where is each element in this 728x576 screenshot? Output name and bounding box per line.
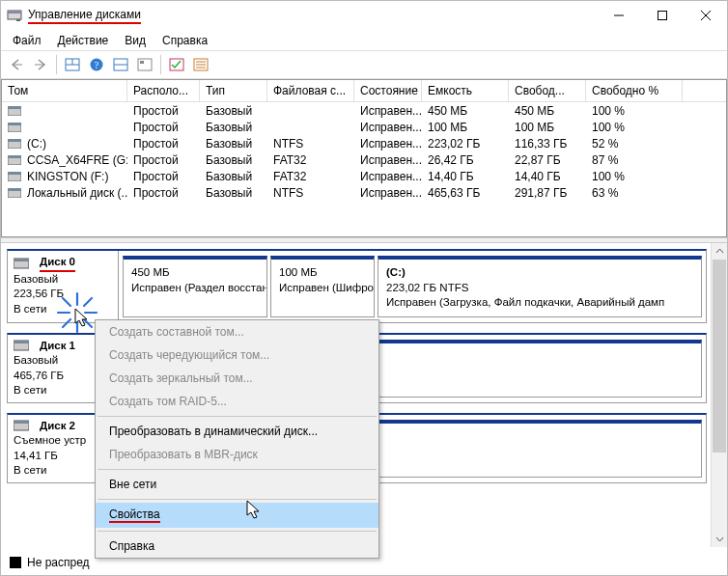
disk-icon (14, 420, 29, 431)
volume-icon (8, 123, 21, 132)
th-type[interactable]: Тип (200, 80, 267, 101)
checklist-button[interactable] (165, 53, 188, 76)
svg-rect-36 (14, 341, 29, 343)
cell-state: Исправен... (354, 104, 422, 118)
cell-free-pct: 100 % (586, 170, 683, 183)
th-fs[interactable]: Файловая с... (267, 80, 354, 101)
table-row[interactable]: ПростойБазовыйИсправен...450 МБ450 МБ100… (2, 102, 726, 119)
th-state[interactable]: Состояние (354, 80, 422, 101)
partition-size: 223,02 ГБ NTFS (386, 281, 693, 296)
partition-state: Исправен (Шифро (279, 281, 366, 296)
cell-layout: Простой (127, 186, 200, 200)
window: Управление дисками Файл Действие Вид Спр… (0, 0, 728, 576)
menu-help[interactable]: Справка (154, 32, 215, 49)
toolbar-separator (56, 55, 57, 74)
cell-free: 14,40 ГБ (509, 170, 586, 183)
svg-rect-22 (8, 106, 21, 109)
svg-rect-32 (8, 188, 21, 191)
cell-layout: Простой (127, 153, 200, 167)
back-button[interactable] (5, 53, 28, 76)
cell-free: 22,87 ГБ (509, 153, 586, 167)
scrollbar-thumb[interactable] (713, 260, 726, 453)
menu-action[interactable]: Действие (50, 32, 117, 49)
help-button[interactable]: ? (85, 53, 108, 76)
table-row[interactable]: (C:)ПростойБазовыйNTFSИсправен...223,02 … (2, 135, 726, 151)
context-menu-item: Создать составной том... (96, 320, 378, 343)
table-row[interactable]: CCSA_X64FRE (G:)ПростойБазовыйFAT32Испра… (2, 151, 726, 168)
context-menu-item: Создать чередующийся том... (96, 343, 378, 367)
list-button[interactable] (189, 53, 212, 76)
titlebar: Управление дисками (1, 1, 727, 30)
th-layout[interactable]: Располо... (127, 80, 200, 101)
cell-volume: (C:) (27, 137, 46, 151)
cell-fs: FAT32 (267, 153, 354, 167)
cell-fs: NTFS (267, 137, 354, 151)
cell-state: Исправен... (354, 170, 422, 183)
minimize-button[interactable] (597, 2, 640, 29)
cell-capacity: 100 МБ (422, 121, 509, 134)
th-capacity[interactable]: Емкость (422, 80, 509, 101)
disk-row-0: Диск 0 Базовый 223,56 ГБ В сети 450 МБ И… (7, 249, 707, 323)
layout-button-1[interactable] (61, 53, 84, 76)
menu-view[interactable]: Вид (117, 32, 154, 49)
partition-size: 100 МБ (279, 265, 366, 281)
svg-rect-24 (8, 123, 21, 125)
table-body: ПростойБазовыйИсправен...450 МБ450 МБ100… (2, 102, 726, 201)
context-menu-item[interactable]: Вне сети (96, 473, 378, 496)
th-free[interactable]: Свобод... (509, 80, 586, 101)
volume-icon (8, 155, 21, 165)
menu-file[interactable]: Файл (5, 32, 49, 49)
cell-fs: FAT32 (267, 170, 354, 183)
context-menu-item[interactable]: Свойства (96, 503, 378, 528)
volume-icon (8, 172, 21, 181)
partition[interactable]: (C:) 223,02 ГБ NTFS Исправен (Загрузка, … (378, 256, 702, 317)
cell-capacity: 450 МБ (422, 104, 509, 118)
cell-free: 116,33 ГБ (509, 137, 586, 151)
scroll-up-icon[interactable] (712, 243, 727, 260)
disk-name: Диск 1 (40, 339, 75, 354)
cell-layout: Простой (127, 137, 200, 151)
cell-state: Исправен... (354, 186, 422, 200)
partition[interactable]: 450 МБ Исправен (Раздел восстан (123, 256, 267, 317)
cell-state: Исправен... (354, 137, 422, 151)
volume-icon (8, 106, 21, 116)
vertical-scrollbar[interactable] (711, 243, 727, 547)
toolbar: ? (1, 50, 727, 79)
disk-icon (14, 340, 29, 351)
partition[interactable]: 100 МБ Исправен (Шифро (270, 256, 375, 317)
scroll-down-icon[interactable] (712, 531, 727, 547)
cell-type: Базовый (200, 153, 267, 167)
table-row[interactable]: ПростойБазовыйИсправен...100 МБ100 МБ100… (2, 119, 726, 135)
cell-free: 450 МБ (509, 104, 586, 118)
forward-button[interactable] (29, 53, 52, 76)
context-menu-item[interactable]: Преобразовать в динамический диск... (96, 420, 378, 443)
cell-volume: CCSA_X64FRE (G:) (27, 153, 127, 167)
layout-button-3[interactable] (133, 53, 156, 76)
context-menu-item: Создать том RAID-5... (96, 390, 378, 413)
table-header: Том Располо... Тип Файловая с... Состоян… (2, 80, 726, 102)
context-menu-item[interactable]: Справка (96, 535, 378, 558)
close-button[interactable] (684, 2, 727, 29)
disk-icon (14, 258, 29, 269)
cell-volume: Локальный диск (... (27, 186, 127, 200)
context-menu-item: Преобразовать в MBR-диск (96, 443, 378, 466)
cell-state: Исправен... (354, 121, 422, 134)
table-row[interactable]: KINGSTON (F:)ПростойБазовыйFAT32Исправен… (2, 168, 726, 184)
menu-separator (98, 416, 377, 417)
cell-type: Базовый (200, 137, 267, 151)
layout-button-2[interactable] (109, 53, 132, 76)
disk-size: 223,56 ГБ (14, 287, 112, 302)
th-volume[interactable]: Том (2, 80, 127, 101)
window-controls (597, 2, 727, 29)
maximize-button[interactable] (640, 2, 684, 29)
th-free-pct[interactable]: Свободно % (586, 80, 683, 101)
volumes-table: Том Располо... Тип Файловая с... Состоян… (1, 79, 727, 237)
svg-rect-28 (8, 155, 21, 158)
svg-rect-30 (8, 172, 21, 175)
disk-type: Базовый (14, 272, 112, 288)
disk-info-0[interactable]: Диск 0 Базовый 223,56 ГБ В сети (8, 251, 119, 322)
table-row[interactable]: Локальный диск (...ПростойБазовыйNTFSИсп… (2, 184, 726, 201)
cell-type: Базовый (200, 104, 267, 118)
app-icon (7, 8, 22, 23)
cell-capacity: 26,42 ГБ (422, 153, 509, 167)
